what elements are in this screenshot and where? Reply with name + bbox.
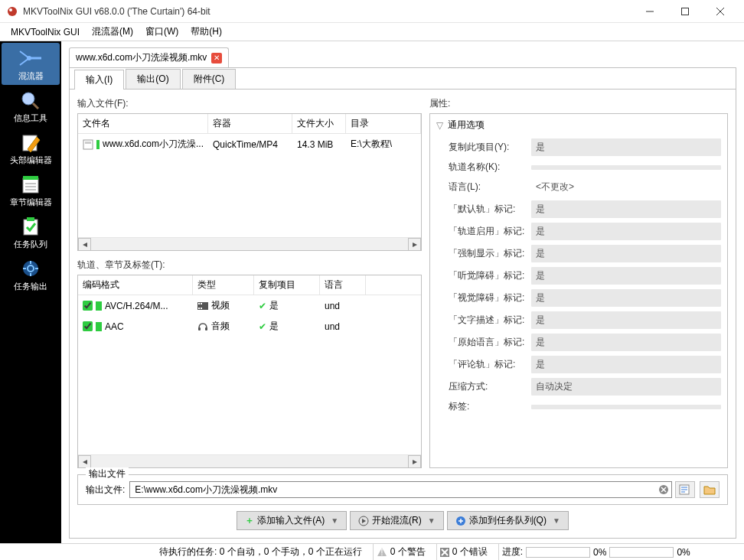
h-scrollbar[interactable]: ◂ ▸: [78, 454, 421, 467]
property-value[interactable]: 是: [531, 334, 721, 351]
svg-rect-30: [198, 327, 201, 330]
col-format[interactable]: 编码格式: [78, 275, 193, 295]
menu-muxer[interactable]: 混流器(M): [86, 23, 139, 41]
clipboard-check-icon: [18, 216, 44, 237]
file-container: QuickTime/MP4: [208, 138, 292, 151]
output-file-input[interactable]: [129, 481, 672, 498]
window-title: MKVToolNix GUI v68.0.0 ('The Curtain') 6…: [23, 6, 632, 17]
property-value[interactable]: 是: [531, 267, 721, 285]
col-container[interactable]: 容器: [208, 114, 292, 133]
maximize-button[interactable]: [667, 0, 703, 23]
scroll-right[interactable]: ▸: [408, 238, 421, 251]
file-icon: [83, 139, 93, 150]
check-icon: ✔: [259, 321, 266, 332]
track-type: 音频: [211, 320, 230, 333]
status-progress: 进度: 0% 0%: [498, 544, 693, 560]
button-label: 开始混流(R): [372, 514, 422, 527]
sidebar-item-label: 信息工具: [14, 112, 47, 124]
col-size[interactable]: 文件大小: [292, 114, 346, 133]
svg-rect-28: [198, 308, 200, 309]
property-value[interactable]: <不更改>: [531, 178, 721, 196]
property-value[interactable]: 是: [531, 200, 721, 218]
property-row: 「原始语言」标记:是: [430, 331, 727, 353]
tab-input[interactable]: 输入(I): [74, 70, 124, 90]
property-row: 「听觉障碍」标记:是: [430, 265, 727, 287]
property-label: 「听觉障碍」标记:: [449, 269, 525, 282]
warning-icon: !: [377, 547, 387, 558]
menu-window[interactable]: 窗口(W): [139, 23, 184, 41]
tracks-list[interactable]: 编码格式 类型 复制项目 语言 AVC/H.264/M... 视频 ✔是 und: [77, 275, 422, 468]
props-group-label: 通用选项: [448, 119, 485, 132]
file-dir: E:\大教程\: [346, 136, 421, 152]
track-row[interactable]: AVC/H.264/M... 视频 ✔是 und: [78, 295, 421, 316]
close-icon[interactable]: ✕: [211, 53, 222, 63]
property-label: 压缩方式:: [449, 380, 525, 393]
progress-bar-1: [526, 547, 590, 558]
browse-file-button[interactable]: [675, 481, 695, 498]
menu-app[interactable]: MKVToolNix GUI: [5, 24, 86, 40]
property-value[interactable]: 自动决定: [531, 378, 721, 396]
minimize-button[interactable]: [632, 0, 667, 23]
property-value[interactable]: 是: [531, 311, 721, 329]
browse-folder-button[interactable]: [700, 481, 720, 498]
status-errors[interactable]: 0 个错误: [436, 544, 491, 560]
file-size: 14.3 MiB: [292, 138, 346, 151]
scroll-right[interactable]: ▸: [408, 455, 421, 468]
sidebar-item-chapter-editor[interactable]: 章节编辑器: [2, 169, 60, 211]
property-row: 「视觉障碍」标记:是: [430, 287, 727, 309]
track-fmt: AAC: [105, 321, 124, 332]
input-files-list[interactable]: 文件名 容器 文件大小 目录 www.x6d.com小刀洗澡...: [77, 113, 422, 251]
property-value[interactable]: 是: [531, 223, 721, 240]
svg-line-8: [33, 103, 38, 109]
file-tab[interactable]: www.x6d.com小刀洗澡视频.mkv ✕: [69, 47, 229, 67]
property-label: 「默认轨」标记:: [449, 203, 525, 216]
property-label: 「视觉障碍」标记:: [449, 291, 525, 304]
check-icon: ✔: [259, 301, 266, 311]
property-value[interactable]: [531, 405, 721, 409]
track-row[interactable]: AAC 音频 ✔是 und: [78, 316, 421, 337]
status-warnings[interactable]: ! 0 个警告: [373, 544, 429, 560]
queue-icon: [455, 516, 466, 526]
col-filename[interactable]: 文件名: [78, 114, 208, 133]
menu-help[interactable]: 帮助(H): [184, 23, 228, 41]
col-type[interactable]: 类型: [193, 275, 254, 295]
property-value[interactable]: 是: [531, 356, 721, 373]
file-row[interactable]: www.x6d.com小刀洗澡... QuickTime/MP4 14.3 Mi…: [78, 134, 421, 155]
property-value[interactable]: 是: [531, 245, 721, 262]
file-tab-label: www.x6d.com小刀洗澡视频.mkv: [76, 51, 207, 64]
property-row: 「文字描述」标记:是: [430, 309, 727, 331]
button-label: 添加到任务队列(Q): [469, 514, 547, 527]
main-panel: 输入(I) 输出(O) 附件(C) 输入文件(F): 文件名 容器 文件大小: [69, 67, 736, 539]
edit-icon: [18, 132, 44, 153]
clear-icon[interactable]: [657, 483, 671, 497]
col-copy[interactable]: 复制项目: [254, 275, 320, 295]
track-checkbox[interactable]: [83, 301, 93, 311]
add-to-queue-button[interactable]: 添加到任务队列(Q) ▼: [447, 511, 569, 530]
col-dir[interactable]: 目录: [346, 114, 421, 133]
sidebar-item-muxer[interactable]: 混流器: [2, 43, 60, 85]
property-value[interactable]: 是: [531, 289, 721, 307]
props-group-header[interactable]: ▽ 通用选项: [430, 114, 727, 136]
action-bar: ＋ 添加输入文件(A) ▼ 开始混流(R) ▼ 添加到任务队列(Q) ▼: [77, 511, 728, 530]
inner-tabs: 输入(I) 输出(O) 附件(C): [70, 68, 736, 90]
start-mux-button[interactable]: 开始混流(R) ▼: [350, 511, 444, 530]
close-button[interactable]: [703, 0, 738, 23]
col-lang[interactable]: 语言: [320, 275, 366, 295]
sidebar-item-output[interactable]: 任务输出: [2, 253, 60, 295]
add-input-files-button[interactable]: ＋ 添加输入文件(A) ▼: [237, 511, 347, 530]
property-value[interactable]: [531, 165, 721, 170]
track-checkbox[interactable]: [83, 321, 93, 331]
property-row: 标签:: [430, 398, 727, 415]
output-frame: 输出文件 输出文件:: [77, 474, 728, 505]
tab-attachments[interactable]: 附件(C): [182, 69, 237, 89]
sidebar-item-info[interactable]: 信息工具: [2, 85, 60, 127]
scroll-left[interactable]: ◂: [78, 455, 91, 468]
svg-point-6: [27, 56, 31, 60]
sidebar-item-header-editor[interactable]: 头部编辑器: [2, 127, 60, 169]
scroll-left[interactable]: ◂: [78, 238, 91, 251]
tab-output[interactable]: 输出(O): [126, 69, 180, 89]
property-value[interactable]: 是: [531, 138, 721, 156]
sidebar-item-queue[interactable]: 任务队列: [2, 211, 60, 253]
h-scrollbar[interactable]: ◂ ▸: [78, 237, 421, 250]
svg-rect-10: [23, 178, 38, 193]
